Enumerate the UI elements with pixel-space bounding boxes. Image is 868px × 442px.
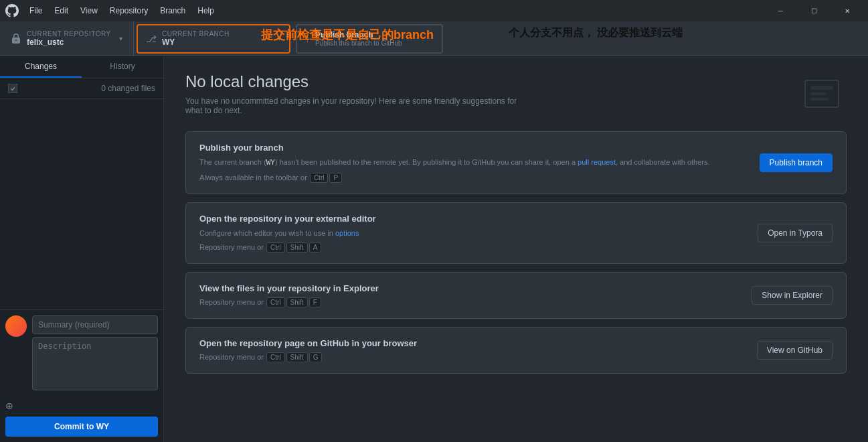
changed-files-count: 0 changed files [101, 84, 155, 93]
publish-card-body: Publish your branch The current branch (… [199, 143, 749, 183]
current-repo-section[interactable]: Current repository felix_ustc ▾ [0, 21, 134, 56]
ctrl-key2: Ctrl [266, 242, 285, 252]
checkbox-check-icon [9, 85, 16, 92]
publish-branch-section[interactable]: ↑ Publish branch Publish this branch to … [296, 24, 443, 54]
commit-inputs [32, 315, 158, 392]
no-changes-title: No local changes [185, 72, 847, 91]
repo-chevron-icon: ▾ [119, 35, 122, 42]
p-key: P [329, 173, 342, 183]
github-card-shortcut: Repository menu or CtrlShiftG [199, 352, 746, 362]
close-button[interactable]: ✕ [832, 0, 863, 21]
sidebar: Changes History 0 changed files ⊕ [0, 56, 164, 442]
shift-key: Shift [286, 242, 308, 252]
publish-card-shortcut: Always available in the toolbar or CtrlP [199, 173, 749, 183]
editor-card-action: Open in Typora [758, 224, 833, 242]
deco-svg [798, 67, 852, 121]
tab-history[interactable]: History [82, 56, 163, 78]
menu-bar: File Edit View Repository Branch Help [24, 5, 220, 17]
title-bar-left: File Edit View Repository Branch Help [5, 4, 220, 17]
g-key: G [309, 352, 323, 362]
menu-view[interactable]: View [75, 5, 103, 17]
editor-card-title: Open the repository in your external edi… [199, 214, 747, 224]
menu-repository[interactable]: Repository [104, 5, 153, 17]
branch-icon: ⎇ [146, 33, 157, 44]
commit-area: ⊕ Commit to WY [0, 309, 163, 442]
svg-rect-1 [810, 86, 833, 90]
commit-button[interactable]: Commit to WY [5, 417, 158, 437]
no-changes-desc: You have no uncommitted changes in your … [185, 96, 520, 115]
repo-name: felix_ustc [27, 38, 111, 47]
github-card-body: Open the repository page on GitHub in yo… [199, 338, 746, 362]
editor-card-shortcut: Repository menu or CtrlShiftA [199, 242, 747, 252]
github-card-title: Open the repository page on GitHub in yo… [199, 338, 746, 348]
editor-card: Open the repository in your external edi… [185, 202, 847, 265]
explorer-card-body: View the files in your repository in Exp… [199, 283, 741, 307]
coauthor-icon[interactable]: ⊕ [5, 400, 13, 411]
publish-title: Publish branch [315, 30, 434, 40]
tab-changes[interactable]: Changes [0, 56, 82, 78]
publish-subtitle: Publish this branch to GitHub [315, 40, 434, 47]
menu-help[interactable]: Help [192, 5, 220, 17]
github-card-action: View on GitHub [757, 341, 833, 360]
commit-description-input[interactable] [32, 337, 158, 390]
publish-branch-button[interactable]: Publish branch [760, 153, 833, 172]
branch-chevron-icon: ▾ [278, 35, 281, 42]
changes-header: 0 changed files [0, 78, 163, 99]
menu-branch[interactable]: Branch [155, 5, 191, 17]
svg-rect-3 [810, 98, 829, 100]
ctrl-key3: Ctrl [266, 297, 285, 307]
no-changes-section: No local changes You have no uncommitted… [185, 72, 847, 115]
explorer-card-action: Show in Explorer [752, 286, 833, 305]
github-card: Open the repository page on GitHub in yo… [185, 327, 847, 374]
main-layout: Changes History 0 changed files ⊕ [0, 56, 868, 442]
shift-key2: Shift [286, 297, 308, 307]
view-on-github-button[interactable]: View on GitHub [757, 341, 833, 360]
menu-edit[interactable]: Edit [49, 5, 74, 17]
decorative-illustration [798, 67, 852, 123]
branch-info: Current branch WY [162, 30, 272, 47]
open-in-typora-button[interactable]: Open in Typora [758, 224, 833, 242]
explorer-card: View the files in your repository in Exp… [185, 272, 847, 319]
commit-footer: ⊕ [5, 398, 158, 414]
publish-icon: ↑ [305, 33, 310, 44]
github-logo-icon [5, 4, 19, 17]
editor-card-desc: Configure which editor you wish to use i… [199, 228, 747, 239]
publish-info: Publish branch Publish this branch to Gi… [315, 30, 434, 47]
publish-card-action: Publish branch [760, 153, 833, 172]
content-area: 提交前检查是不是自己的branch 个人分支不用点， 没必要推送到云端 No l… [164, 56, 868, 442]
publish-card-desc: The current branch (WY) hasn't been publ… [199, 157, 749, 169]
toolbar: Current repository felix_ustc ▾ ⎇ Curren… [0, 21, 868, 56]
publish-card-title: Publish your branch [199, 143, 749, 153]
explorer-card-shortcut: Repository menu or CtrlShiftF [199, 297, 741, 307]
editor-card-body: Open the repository in your external edi… [199, 214, 747, 253]
show-in-explorer-button[interactable]: Show in Explorer [752, 286, 833, 305]
f-key: F [309, 297, 321, 307]
explorer-card-title: View the files in your repository in Exp… [199, 283, 741, 293]
options-link[interactable]: options [335, 229, 359, 237]
sidebar-tabs: Changes History [0, 56, 163, 78]
lock-icon [11, 33, 21, 44]
pull-request-link[interactable]: pull request [578, 158, 616, 166]
publish-branch-card: Publish your branch The current branch (… [185, 131, 847, 194]
repo-label: Current repository [27, 30, 111, 38]
repo-info: Current repository felix_ustc [27, 30, 111, 47]
ctrl-key4: Ctrl [266, 352, 285, 362]
maximize-button[interactable]: ☐ [798, 0, 829, 21]
user-avatar [5, 315, 27, 337]
menu-file[interactable]: File [24, 5, 48, 17]
commit-user [5, 315, 158, 392]
select-all-checkbox[interactable] [8, 84, 17, 93]
title-bar-controls: ─ ☐ ✕ [765, 0, 863, 21]
title-bar: File Edit View Repository Branch Help ─ … [0, 0, 868, 21]
shift-key3: Shift [286, 352, 308, 362]
svg-rect-2 [810, 92, 827, 95]
a-key: A [309, 242, 322, 252]
minimize-button[interactable]: ─ [765, 0, 796, 21]
current-branch-section[interactable]: ⎇ Current branch WY ▾ [137, 24, 290, 54]
commit-summary-input[interactable] [32, 315, 158, 334]
branch-name: WY [162, 38, 272, 47]
ctrl-key: Ctrl [310, 173, 329, 183]
branch-label: Current branch [162, 30, 272, 38]
